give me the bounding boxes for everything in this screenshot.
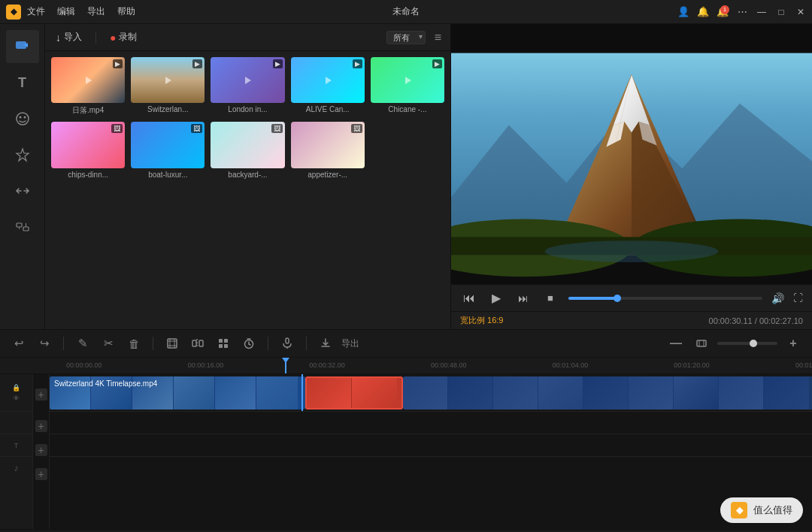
- music-track-empty: [50, 457, 812, 479]
- preview-video: [451, 24, 812, 284]
- media-badge-6: 🖼: [191, 124, 202, 133]
- split-button[interactable]: [188, 334, 208, 353]
- grid-button[interactable]: [214, 334, 233, 353]
- second-clip[interactable]: [403, 376, 812, 410]
- track-eye-icon[interactable]: 👁: [13, 394, 20, 402]
- cut-button[interactable]: ✂: [98, 334, 118, 353]
- settings-icon[interactable]: ⋯: [737, 7, 747, 17]
- ruler-mark-5: 00:01:20.00: [674, 361, 710, 369]
- ruler-playhead[interactable]: [285, 358, 286, 373]
- profile-icon[interactable]: 👤: [678, 7, 689, 17]
- menu-edit[interactable]: 编辑: [57, 5, 75, 18]
- media-item-8[interactable]: 🖼 appetizer-...: [291, 122, 365, 178]
- zoom-slider[interactable]: [717, 342, 777, 345]
- zoom-handle[interactable]: [750, 340, 757, 347]
- play-button[interactable]: ▶: [487, 289, 505, 307]
- media-badge-0: ▶: [113, 59, 123, 68]
- ruler-mark-1: 00:00:16.00: [188, 361, 224, 369]
- media-item-4[interactable]: ▶ Chicane -...: [371, 57, 444, 116]
- add-video-track-button[interactable]: +: [35, 388, 47, 401]
- filter-select[interactable]: 所有: [386, 31, 426, 44]
- timer-button[interactable]: [239, 334, 259, 353]
- add-text-track-button[interactable]: +: [35, 444, 47, 456]
- minimize-button[interactable]: —: [756, 7, 767, 17]
- ruler-mark-2: 00:00:32.00: [309, 361, 345, 369]
- watermark-text: 值么值得: [753, 503, 792, 517]
- aspect-ratio-label: 宽比例 16:9: [460, 315, 503, 326]
- delete-button[interactable]: 🗑: [124, 334, 144, 353]
- redo-button[interactable]: ↪: [35, 334, 54, 353]
- pencil-button[interactable]: ✎: [73, 334, 92, 353]
- media-thumb-3: ▶: [291, 57, 365, 103]
- media-thumb-6: 🖼: [131, 122, 205, 168]
- track-lock-icon[interactable]: 🔒: [12, 384, 20, 391]
- close-button[interactable]: ✕: [795, 7, 806, 17]
- skip-back-button[interactable]: ⏮: [460, 289, 478, 307]
- skip-forward-button[interactable]: ⏭: [514, 289, 532, 307]
- sidebar-item-effects2[interactable]: [6, 210, 39, 243]
- record-button[interactable]: ● 录制: [105, 29, 141, 46]
- progress-bar[interactable]: [568, 297, 762, 300]
- sidebar-item-effects[interactable]: [6, 138, 39, 171]
- ruler-mark-4: 00:01:04.00: [553, 361, 589, 369]
- zoom-in-button[interactable]: +: [783, 334, 803, 353]
- media-filter: 所有 ≡: [386, 29, 444, 46]
- volume-button[interactable]: 🔊: [771, 292, 784, 304]
- media-item-2[interactable]: ▶ London in...: [211, 57, 284, 116]
- app-logo: ◆: [6, 5, 21, 20]
- media-item-7[interactable]: 🖼 backyard-...: [211, 122, 284, 178]
- zoom-out-button[interactable]: —: [666, 334, 686, 353]
- svg-rect-46: [697, 340, 706, 346]
- media-item-6[interactable]: 🖼 boat-luxur...: [131, 122, 205, 178]
- add-music-track-button[interactable]: +: [35, 468, 47, 480]
- media-thumb-0: ▶: [51, 57, 125, 103]
- timeline-content: 🔒 👁 T ♪ + + + +: [0, 374, 812, 529]
- sidebar-item-media[interactable]: [6, 30, 39, 63]
- menu-help[interactable]: 帮助: [117, 5, 135, 18]
- svg-marker-10: [86, 77, 92, 84]
- sidebar-item-transitions[interactable]: [6, 174, 39, 207]
- stop-button[interactable]: ■: [541, 289, 559, 307]
- media-item-1[interactable]: ▶ Switzerlan...: [131, 57, 205, 116]
- ruler-mark-3: 00:00:48.00: [431, 361, 467, 369]
- svg-rect-37: [224, 339, 228, 343]
- crop-button[interactable]: [162, 334, 182, 353]
- svg-rect-7: [23, 227, 29, 231]
- media-label-8: appetizer-...: [291, 171, 365, 179]
- media-menu-button[interactable]: ≡: [432, 29, 444, 46]
- user-icon[interactable]: 🔔: [698, 7, 708, 17]
- menu-export[interactable]: 导出: [87, 5, 105, 18]
- svg-marker-12: [245, 77, 251, 84]
- menu-bar: 文件 编辑 导出 帮助: [27, 5, 135, 18]
- export-button[interactable]: 导出: [341, 337, 359, 350]
- media-item-3[interactable]: ▶ ALIVE Can...: [291, 57, 365, 116]
- media-item-5[interactable]: 🖼 chips-dinn...: [51, 122, 125, 178]
- undo-button[interactable]: ↩: [9, 334, 29, 353]
- clip-label: Switzerland 4K Timelapse.mp4: [54, 379, 157, 388]
- toolbar-divider-1: [63, 337, 64, 350]
- sidebar-item-text[interactable]: T: [6, 66, 39, 99]
- svg-rect-34: [199, 340, 203, 346]
- fullscreen-button[interactable]: ⛶: [793, 292, 803, 304]
- media-panel: ↓ 导入 ● 录制 所有 ≡: [45, 24, 451, 329]
- media-badge-2: ▶: [273, 59, 283, 68]
- bell-icon[interactable]: 🔔 1: [717, 7, 728, 17]
- zoom-fit-button[interactable]: [692, 334, 711, 353]
- svg-rect-33: [192, 340, 196, 346]
- media-item-0[interactable]: ▶ 日落.mp4: [51, 57, 125, 116]
- svg-marker-13: [326, 77, 332, 84]
- mic-button[interactable]: [277, 334, 297, 353]
- main-clip[interactable]: Switzerland 4K Timelapse.mp4: [50, 376, 305, 410]
- selected-clip[interactable]: [305, 376, 403, 410]
- add-audio-track-button[interactable]: +: [35, 420, 47, 432]
- ruler-mark-0: 00:00:00.00: [66, 361, 102, 369]
- media-badge-3: ▶: [353, 59, 362, 68]
- menu-file[interactable]: 文件: [27, 5, 45, 18]
- maximize-button[interactable]: □: [776, 7, 786, 17]
- progress-handle[interactable]: [614, 295, 621, 302]
- sidebar-item-sticker[interactable]: [6, 102, 39, 135]
- media-label-4: Chicane -...: [371, 105, 444, 113]
- import-button[interactable]: ↓ 导入: [51, 29, 86, 46]
- import-icon: ↓: [56, 32, 61, 44]
- progress-fill: [568, 297, 617, 300]
